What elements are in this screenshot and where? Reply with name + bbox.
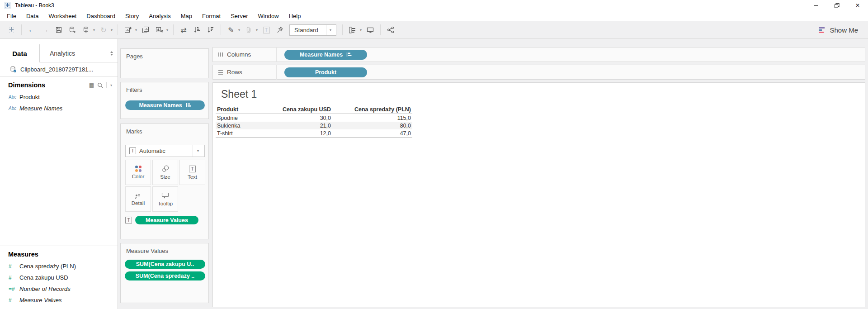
- menu-worksheet[interactable]: Worksheet: [43, 11, 81, 21]
- measure-item-cena-spredazy[interactable]: # Cena spredaży (PLN): [0, 261, 118, 272]
- menu-server[interactable]: Server: [226, 11, 253, 21]
- redo-button[interactable]: →: [39, 24, 51, 36]
- number-type-icon: #: [9, 263, 19, 270]
- pause-auto-updates-button[interactable]: [80, 24, 92, 36]
- color-icon: [135, 166, 142, 172]
- minimize-button[interactable]: [806, 0, 826, 11]
- group-members-caret[interactable]: ▾: [256, 28, 259, 32]
- show-hide-cards-caret[interactable]: ▾: [360, 28, 363, 32]
- highlight-button[interactable]: ✎: [225, 24, 237, 36]
- duplicate-button[interactable]: [140, 24, 151, 36]
- menu-help[interactable]: Help: [284, 11, 306, 21]
- mark-type-dropdown[interactable]: T Automatic ▾: [125, 145, 205, 157]
- text-label: Text: [188, 174, 197, 180]
- datasource-item[interactable]: Clipboard_20180729T181...: [0, 62, 118, 77]
- table-row[interactable]: T-shirt 12,0 47,0: [216, 129, 412, 138]
- cell-value[interactable]: 47,0: [332, 130, 412, 137]
- menu-window[interactable]: Window: [253, 11, 283, 21]
- text-button[interactable]: T Text: [179, 160, 205, 185]
- cell-value[interactable]: 12,0: [272, 130, 332, 137]
- cell-value[interactable]: 21,0: [272, 123, 332, 129]
- pause-auto-updates-caret[interactable]: ▾: [93, 28, 97, 32]
- close-button[interactable]: ✕: [847, 0, 868, 11]
- new-worksheet-button[interactable]: [122, 24, 134, 36]
- measure-item-number-of-records[interactable]: =# Number of Records: [0, 283, 118, 295]
- show-hide-cards-button[interactable]: [347, 24, 359, 36]
- view-data-grid-icon[interactable]: ▦: [89, 82, 94, 88]
- measure-item-measure-values[interactable]: # Measure Values: [0, 295, 118, 306]
- measures-header: Measures: [0, 248, 118, 261]
- restore-button[interactable]: [826, 0, 847, 11]
- pill-label: Produkt: [315, 69, 336, 76]
- menu-file[interactable]: File: [2, 11, 21, 21]
- row-label[interactable]: Spodnie: [216, 115, 272, 121]
- run-update-caret[interactable]: ▾: [111, 28, 114, 32]
- dimension-item-measure-names[interactable]: Abc Measure Names: [0, 103, 118, 114]
- sort-descending-button[interactable]: [205, 24, 217, 36]
- dimensions-menu-caret[interactable]: ▾: [110, 83, 114, 87]
- tableau-home-button[interactable]: [5, 24, 17, 36]
- col-header-cena-zakupu[interactable]: Cena zakupu USD: [272, 106, 332, 113]
- save-button[interactable]: [53, 24, 65, 36]
- filter-pill-measure-names[interactable]: Measure Names: [125, 100, 205, 110]
- cell-value[interactable]: 115,0: [332, 115, 412, 121]
- text-table: Produkt Cena zakupu USD Cena spredaży (P…: [216, 105, 412, 138]
- dimension-item-produkt[interactable]: Abc Produkt: [0, 91, 118, 103]
- detail-icon: [135, 192, 142, 199]
- rows-pill-produkt[interactable]: Produkt: [284, 67, 367, 77]
- show-me-button[interactable]: Show Me: [819, 26, 858, 34]
- color-button[interactable]: Color: [125, 160, 151, 185]
- row-label[interactable]: Sukienka: [216, 123, 272, 129]
- columns-shelf[interactable]: Columns Measure Names: [212, 47, 865, 62]
- columns-icon: [218, 52, 223, 57]
- col-header-produkt[interactable]: Produkt: [216, 106, 272, 113]
- tooltip-button[interactable]: Tooltip: [152, 186, 178, 212]
- table-row[interactable]: Sukienka 21,0 80,0: [216, 122, 412, 129]
- measure-label: Measure Values: [19, 297, 61, 304]
- group-members-button[interactable]: [243, 24, 255, 36]
- row-label[interactable]: T-shirt: [216, 130, 272, 137]
- new-datasource-button[interactable]: [66, 24, 78, 36]
- cell-value[interactable]: 30,0: [272, 115, 332, 121]
- menu-format[interactable]: Format: [197, 11, 226, 21]
- detail-button[interactable]: Detail: [125, 186, 151, 212]
- pill-sum-cena-zakupu[interactable]: SUM(Cena zakupu U..: [125, 260, 205, 269]
- fix-axes-button[interactable]: [274, 24, 286, 36]
- columns-pill-measure-names[interactable]: Measure Names: [284, 50, 367, 60]
- search-icon[interactable]: [97, 82, 103, 88]
- tab-data[interactable]: Data: [0, 44, 40, 62]
- undo-button[interactable]: ←: [26, 24, 38, 36]
- marks-pill-measure-values[interactable]: Measure Values: [135, 216, 198, 224]
- fit-mode-select[interactable]: Standard ▾: [289, 24, 336, 36]
- highlight-caret[interactable]: ▾: [238, 28, 242, 32]
- pane-resize-icon[interactable]: [110, 51, 113, 56]
- sort-ascending-button[interactable]: [191, 24, 203, 36]
- col-header-cena-spredazy[interactable]: Cena spredaży (PLN): [332, 106, 412, 113]
- fit-mode-caret[interactable]: ▾: [326, 25, 336, 35]
- color-label: Color: [132, 174, 144, 179]
- mark-type-caret[interactable]: ▾: [193, 145, 204, 157]
- clear-sheet-button[interactable]: [153, 24, 165, 36]
- menu-analysis[interactable]: Analysis: [144, 11, 175, 21]
- size-button[interactable]: Size: [152, 160, 178, 185]
- cell-value[interactable]: 80,0: [332, 123, 412, 129]
- text-icon: T: [189, 166, 196, 172]
- rows-shelf[interactable]: Rows Produkt: [212, 65, 865, 80]
- pill-sum-cena-spredazy[interactable]: SUM(Cena spredaży ..: [125, 271, 205, 280]
- menu-data[interactable]: Data: [21, 11, 43, 21]
- table-header-row[interactable]: Produkt Cena zakupu USD Cena spredaży (P…: [216, 105, 412, 114]
- menu-dashboard[interactable]: Dashboard: [81, 11, 120, 21]
- menu-story[interactable]: Story: [120, 11, 144, 21]
- tab-analytics[interactable]: Analytics: [40, 44, 118, 62]
- swap-rows-columns-button[interactable]: ⇄: [178, 24, 189, 36]
- show-mark-labels-button[interactable]: T: [260, 24, 272, 36]
- clear-sheet-caret[interactable]: ▾: [166, 28, 170, 32]
- new-worksheet-caret[interactable]: ▾: [135, 28, 139, 32]
- measure-label: Cena spredaży (PLN): [19, 263, 76, 270]
- presentation-mode-button[interactable]: [364, 24, 376, 36]
- menu-map[interactable]: Map: [176, 11, 197, 21]
- measure-item-cena-zakupu[interactable]: # Cena zakupu USD: [0, 272, 118, 283]
- run-update-button[interactable]: ↻: [98, 24, 109, 36]
- table-row[interactable]: Spodnie 30,0 115,0: [216, 114, 412, 122]
- share-button[interactable]: [385, 24, 396, 36]
